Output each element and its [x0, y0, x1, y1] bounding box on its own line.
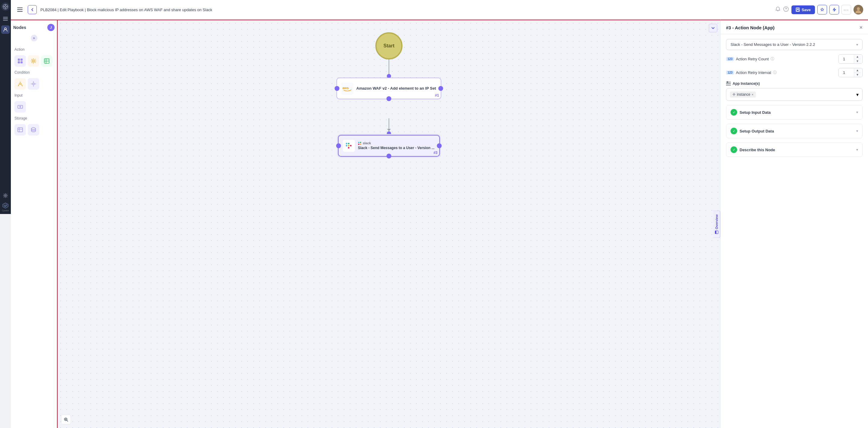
- node-1-logo: aws: [341, 82, 353, 94]
- storage-nodes-row: [13, 124, 55, 136]
- svg-rect-41: [346, 145, 347, 146]
- svg-text:aws: aws: [342, 86, 349, 90]
- svg-marker-11: [3, 203, 8, 208]
- svg-point-1: [4, 6, 6, 7]
- user-badge: J: [47, 24, 55, 31]
- svg-rect-14: [17, 11, 23, 12]
- nodes-panel-title: Nodes: [13, 25, 26, 30]
- left-navigation: Cyware: [0, 0, 11, 214]
- back-button[interactable]: [28, 5, 37, 14]
- svg-rect-27: [44, 59, 49, 63]
- svg-point-31: [33, 83, 34, 85]
- condition-nodes-row: [13, 78, 55, 90]
- action-gear-node[interactable]: [28, 55, 39, 67]
- node-3-logo: [343, 140, 355, 152]
- svg-rect-45: [350, 145, 351, 146]
- nodes-panel-header: Nodes J: [13, 24, 55, 31]
- action-nodes-row: [13, 55, 55, 67]
- svg-rect-22: [18, 59, 20, 61]
- svg-rect-42: [346, 143, 347, 144]
- svg-rect-49: [358, 144, 360, 145]
- input-node[interactable]: [14, 101, 26, 113]
- nav-users[interactable]: [1, 25, 10, 34]
- storage-category-label: Storage: [14, 116, 55, 120]
- svg-rect-8: [3, 20, 8, 21]
- svg-point-26: [33, 60, 34, 62]
- svg-rect-43: [348, 143, 349, 144]
- menu-button[interactable]: [16, 5, 24, 14]
- storage-node2[interactable]: [28, 124, 39, 136]
- svg-rect-50: [360, 144, 361, 145]
- node-3-badge: #3: [434, 151, 434, 155]
- condition-branch-node[interactable]: [14, 78, 26, 90]
- top-header: PLB2084 | Edit Playbook | Block maliciou…: [11, 0, 434, 20]
- svg-rect-46: [348, 147, 349, 148]
- node-3-title: slack Slack - Send Messages to a User - …: [358, 141, 434, 151]
- node-1-port-bottom: [386, 96, 391, 101]
- breadcrumb-text: PLB2084 | Edit Playbook | Block maliciou…: [40, 7, 212, 12]
- app-logo: [1, 2, 10, 11]
- nav-settings[interactable]: [1, 191, 10, 200]
- main-content: Nodes J » Action: [11, 20, 434, 214]
- condition-category-label: Condition: [14, 70, 55, 75]
- nodes-panel: Nodes J » Action: [11, 20, 58, 214]
- connector-1: [389, 59, 389, 75]
- svg-rect-48: [360, 142, 361, 143]
- expand-button[interactable]: »: [31, 35, 37, 41]
- svg-rect-33: [18, 128, 23, 132]
- svg-rect-25: [21, 61, 23, 63]
- svg-rect-24: [18, 61, 20, 63]
- connector-2: [389, 118, 389, 131]
- nav-hamburger[interactable]: [1, 15, 10, 23]
- start-node[interactable]: Start: [375, 32, 402, 59]
- flow-canvas[interactable]: Overview Start aws Amazon WAF: [58, 20, 434, 214]
- node-1-port-left: [335, 86, 339, 91]
- input-nodes-row: [13, 101, 55, 113]
- svg-rect-13: [17, 9, 23, 10]
- input-category-label: Input: [14, 93, 55, 97]
- node-3-port-bottom: [386, 154, 391, 159]
- arrow-head-2: [387, 129, 391, 131]
- cyware-logo: Cyware: [2, 202, 9, 211]
- svg-point-9: [4, 28, 6, 30]
- node-3-port-left: [336, 143, 341, 148]
- storage-node1[interactable]: [14, 124, 26, 136]
- node-1[interactable]: aws Amazon WAF v2 - Add element to an IP…: [337, 78, 434, 99]
- svg-rect-12: [17, 7, 23, 8]
- svg-rect-44: [348, 145, 349, 146]
- action-grid-node[interactable]: [14, 55, 26, 67]
- svg-rect-7: [3, 19, 8, 19]
- breadcrumb: PLB2084 | Edit Playbook | Block maliciou…: [40, 7, 434, 12]
- node-1-title: Amazon WAF v2 - Add element to an IP Set: [356, 86, 434, 91]
- svg-rect-6: [3, 17, 8, 18]
- svg-point-10: [5, 195, 6, 197]
- action-table-node[interactable]: [41, 55, 53, 67]
- svg-rect-23: [21, 59, 23, 61]
- node-3[interactable]: slack Slack - Send Messages to a User - …: [338, 135, 434, 156]
- svg-rect-47: [358, 142, 360, 143]
- condition-settings-node[interactable]: [28, 78, 39, 90]
- svg-point-36: [31, 128, 36, 130]
- action-category-label: Action: [14, 48, 55, 52]
